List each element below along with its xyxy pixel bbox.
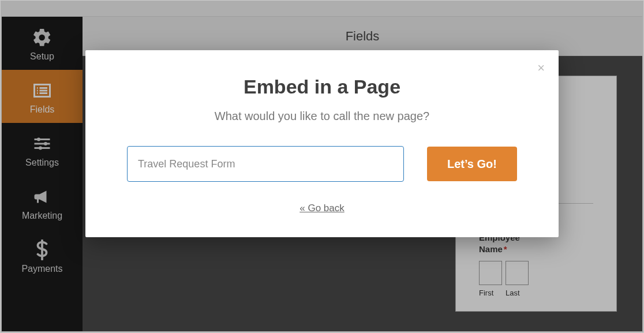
modal-input-row: Let’s Go! bbox=[117, 146, 527, 182]
modal-subtitle: What would you like to call the new page… bbox=[117, 110, 527, 123]
close-icon[interactable]: × bbox=[537, 61, 545, 76]
embed-modal: × Embed in a Page What would you like to… bbox=[85, 50, 559, 237]
lets-go-button[interactable]: Let’s Go! bbox=[427, 147, 517, 181]
modal-title: Embed in a Page bbox=[117, 76, 527, 98]
go-back-link[interactable]: « Go back bbox=[117, 203, 527, 214]
app-frame: Setup Fields Settings Marketing Payments… bbox=[0, 0, 644, 333]
page-name-input[interactable] bbox=[127, 146, 404, 182]
